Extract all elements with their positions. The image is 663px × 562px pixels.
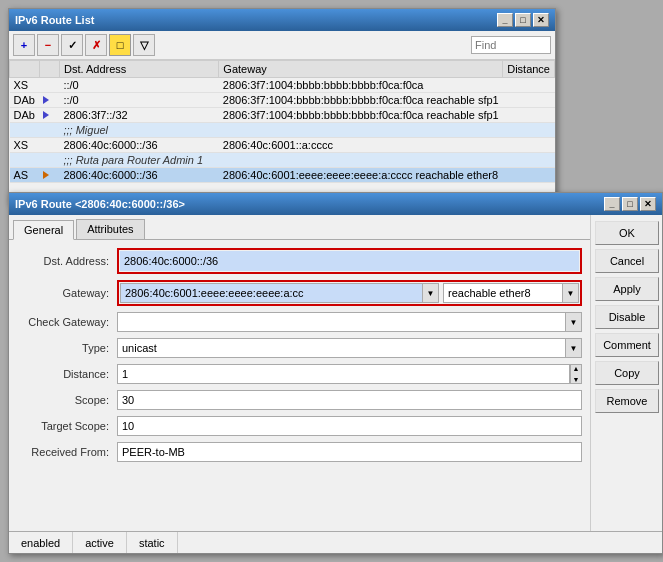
minimize-button[interactable]: _ <box>497 13 513 27</box>
table-row[interactable]: XS ::/0 2806:3f7:1004:bbbb:bbbb:bbbb:f0c… <box>10 78 555 93</box>
target-scope-input[interactable] <box>117 416 582 436</box>
distance-up-btn[interactable]: ▲ <box>571 365 581 372</box>
reachable-dropdown-btn[interactable]: ▼ <box>563 283 579 303</box>
row-dst: 2806:3f7::/32 <box>59 108 218 123</box>
disable-button[interactable]: Disable <box>595 305 659 329</box>
type-input[interactable] <box>117 338 566 358</box>
table-section-row: ;;; Ruta para Router Admin 1 <box>10 153 555 168</box>
col-dst-header[interactable]: Dst. Address <box>59 61 218 78</box>
gateway-row: Gateway: ▼ ▼ <box>17 280 582 306</box>
type-dropdown-btn[interactable]: ▼ <box>566 338 582 358</box>
row-gw: 2806:40c:6001::a:cccc <box>219 138 503 153</box>
title-bar-buttons: _ □ ✕ <box>497 13 549 27</box>
row-dist <box>503 168 555 183</box>
status-bar: enabled active static <box>9 531 662 553</box>
status-enabled: enabled <box>9 532 73 553</box>
section-text: ;;; Miguel <box>59 123 554 138</box>
row-dist <box>503 138 555 153</box>
check-gateway-input[interactable] <box>117 312 566 332</box>
row-type: AS <box>10 168 40 183</box>
detail-close-button[interactable]: ✕ <box>640 197 656 211</box>
received-from-row: Received From: <box>17 442 582 462</box>
scope-row: Scope: <box>17 390 582 410</box>
gateway-input[interactable] <box>120 283 423 303</box>
ok-button[interactable]: OK <box>595 221 659 245</box>
status-active: active <box>73 532 127 553</box>
col-type-header <box>10 61 40 78</box>
gateway-dropdown-btn[interactable]: ▼ <box>423 283 439 303</box>
cancel-button[interactable]: Cancel <box>595 249 659 273</box>
copy-button[interactable]: □ <box>109 34 131 56</box>
row-dst: ::/0 <box>59 93 218 108</box>
row-gw: 2806:3f7:1004:bbbb:bbbb:bbbb:f0ca:f0ca r… <box>219 93 503 108</box>
dst-address-label: Dst. Address: <box>17 255 117 267</box>
row-dist <box>503 78 555 93</box>
dst-address-row: Dst. Address: <box>17 248 582 274</box>
tab-general[interactable]: General <box>13 220 74 240</box>
row-type: DAb <box>10 108 40 123</box>
section-label <box>10 123 40 138</box>
col-gw-header[interactable]: Gateway <box>219 61 503 78</box>
table-row-selected[interactable]: AS 2806:40c:6000::/36 2806:40c:6001:eeee… <box>10 168 555 183</box>
remove-button[interactable]: − <box>37 34 59 56</box>
row-flag <box>39 168 59 183</box>
filter-button[interactable]: ▽ <box>133 34 155 56</box>
comment-button[interactable]: Comment <box>595 333 659 357</box>
route-list-title: IPv6 Route List <box>15 14 94 26</box>
check-gateway-dropdown-btn[interactable]: ▼ <box>566 312 582 332</box>
received-from-input[interactable] <box>117 442 582 462</box>
col-dist-header[interactable]: Distance <box>503 61 555 78</box>
apply-button[interactable]: Apply <box>595 277 659 301</box>
type-label: Type: <box>17 342 117 354</box>
section-flag <box>39 153 59 168</box>
row-dst: ::/0 <box>59 78 218 93</box>
distance-down-btn[interactable]: ▼ <box>571 376 581 383</box>
check-gateway-label: Check Gateway: <box>17 316 117 328</box>
row-type: XS <box>10 78 40 93</box>
type-row: Type: ▼ <box>17 338 582 358</box>
row-type: DAb <box>10 93 40 108</box>
row-flag <box>39 138 59 153</box>
route-table: Dst. Address Gateway Distance XS ::/0 28… <box>9 60 555 183</box>
detail-maximize-button[interactable]: □ <box>622 197 638 211</box>
row-flag <box>39 108 59 123</box>
scope-input[interactable] <box>117 390 582 410</box>
table-row[interactable]: XS 2806:40c:6000::/36 2806:40c:6001::a:c… <box>10 138 555 153</box>
row-flag <box>39 93 59 108</box>
target-scope-label: Target Scope: <box>17 420 117 432</box>
section-text: ;;; Ruta para Router Admin 1 <box>59 153 554 168</box>
gateway-label: Gateway: <box>17 287 117 299</box>
detail-title: IPv6 Route <2806:40c:6000::/36> <box>15 198 185 210</box>
detail-minimize-button[interactable]: _ <box>604 197 620 211</box>
tab-bar: General Attributes <box>9 215 590 240</box>
table-row[interactable]: DAb 2806:3f7::/32 2806:3f7:1004:bbbb:bbb… <box>10 108 555 123</box>
remove-button[interactable]: Remove <box>595 389 659 413</box>
row-dist <box>503 108 555 123</box>
close-button[interactable]: ✕ <box>533 13 549 27</box>
check-gateway-row: Check Gateway: ▼ <box>17 312 582 332</box>
gateway-reachable-input[interactable] <box>443 283 563 303</box>
route-table-container[interactable]: Dst. Address Gateway Distance XS ::/0 28… <box>9 60 555 202</box>
find-input[interactable] <box>471 36 551 54</box>
dst-address-input[interactable] <box>120 251 579 271</box>
row-dst: 2806:40c:6000::/36 <box>59 168 218 183</box>
table-row[interactable]: DAb ::/0 2806:3f7:1004:bbbb:bbbb:bbbb:f0… <box>10 93 555 108</box>
row-type: XS <box>10 138 40 153</box>
row-gw: 2806:40c:6001:eeee:eeee:eeee:a:cccc reac… <box>219 168 503 183</box>
col-flags-header <box>39 61 59 78</box>
table-section-row: ;;; Miguel <box>10 123 555 138</box>
route-list-title-bar: IPv6 Route List _ □ ✕ <box>9 9 555 31</box>
copy-button[interactable]: Copy <box>595 361 659 385</box>
distance-input[interactable] <box>117 364 570 384</box>
check-button[interactable]: ✓ <box>61 34 83 56</box>
detail-title-buttons: _ □ ✕ <box>604 197 656 211</box>
tab-attributes[interactable]: Attributes <box>76 219 144 239</box>
detail-title-bar: IPv6 Route <2806:40c:6000::/36> _ □ ✕ <box>9 193 662 215</box>
cross-button[interactable]: ✗ <box>85 34 107 56</box>
list-toolbar: + − ✓ ✗ □ ▽ <box>9 31 555 60</box>
received-from-label: Received From: <box>17 446 117 458</box>
maximize-button[interactable]: □ <box>515 13 531 27</box>
status-static: static <box>127 532 178 553</box>
add-button[interactable]: + <box>13 34 35 56</box>
form-area: Dst. Address: Gateway: ▼ ▼ <box>9 240 590 553</box>
